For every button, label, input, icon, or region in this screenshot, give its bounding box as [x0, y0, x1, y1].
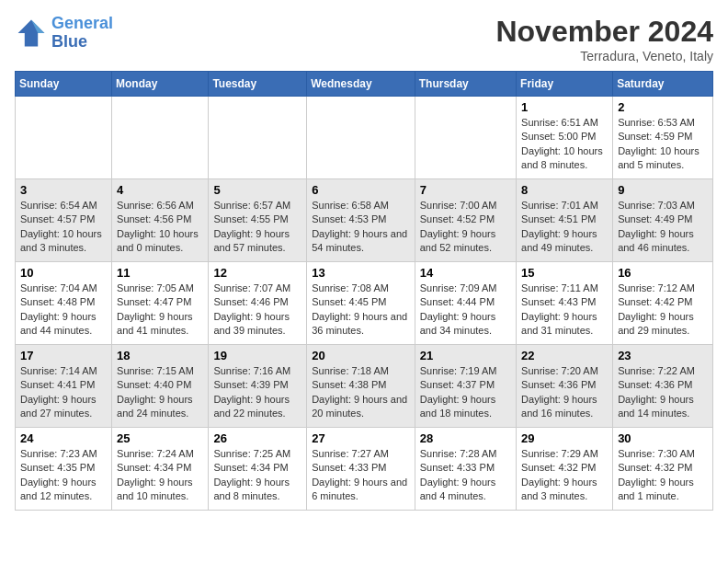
logo-icon	[15, 17, 48, 50]
calendar-cell: 15Sunrise: 7:11 AM Sunset: 4:43 PM Dayli…	[517, 262, 613, 345]
calendar-cell: 16Sunrise: 7:12 AM Sunset: 4:42 PM Dayli…	[613, 262, 713, 345]
calendar-table: SundayMondayTuesdayWednesdayThursdayFrid…	[15, 71, 713, 511]
calendar-cell: 3Sunrise: 6:54 AM Sunset: 4:57 PM Daylig…	[16, 179, 112, 262]
calendar-cell: 10Sunrise: 7:04 AM Sunset: 4:48 PM Dayli…	[16, 262, 112, 345]
calendar-week-1: 1Sunrise: 6:51 AM Sunset: 5:00 PM Daylig…	[16, 97, 713, 179]
day-info: Sunrise: 6:58 AM Sunset: 4:53 PM Dayligh…	[312, 199, 410, 256]
calendar-cell: 5Sunrise: 6:57 AM Sunset: 4:55 PM Daylig…	[209, 179, 307, 262]
day-info: Sunrise: 7:27 AM Sunset: 4:33 PM Dayligh…	[312, 447, 410, 504]
day-info: Sunrise: 7:03 AM Sunset: 4:49 PM Dayligh…	[618, 199, 708, 256]
calendar-cell: 17Sunrise: 7:14 AM Sunset: 4:41 PM Dayli…	[16, 345, 112, 428]
day-info: Sunrise: 6:57 AM Sunset: 4:55 PM Dayligh…	[213, 199, 301, 256]
day-number: 20	[312, 349, 410, 362]
calendar-cell: 24Sunrise: 7:23 AM Sunset: 4:35 PM Dayli…	[16, 428, 112, 511]
calendar-cell: 6Sunrise: 6:58 AM Sunset: 4:53 PM Daylig…	[307, 179, 415, 262]
calendar-cell: 20Sunrise: 7:18 AM Sunset: 4:38 PM Dayli…	[307, 345, 415, 428]
header-monday: Monday	[112, 72, 209, 97]
day-info: Sunrise: 7:00 AM Sunset: 4:52 PM Dayligh…	[420, 199, 511, 256]
day-info: Sunrise: 6:51 AM Sunset: 5:00 PM Dayligh…	[521, 116, 608, 173]
day-info: Sunrise: 7:19 AM Sunset: 4:37 PM Dayligh…	[420, 364, 511, 421]
day-info: Sunrise: 7:16 AM Sunset: 4:39 PM Dayligh…	[213, 364, 301, 421]
day-info: Sunrise: 7:29 AM Sunset: 4:32 PM Dayligh…	[521, 447, 608, 504]
header-saturday: Saturday	[613, 72, 713, 97]
day-info: Sunrise: 7:11 AM Sunset: 4:43 PM Dayligh…	[521, 282, 608, 339]
calendar-cell: 28Sunrise: 7:28 AM Sunset: 4:33 PM Dayli…	[415, 428, 516, 511]
day-number: 3	[20, 183, 107, 197]
day-info: Sunrise: 7:08 AM Sunset: 4:45 PM Dayligh…	[312, 282, 410, 339]
calendar-cell: 26Sunrise: 7:25 AM Sunset: 4:34 PM Dayli…	[209, 428, 307, 511]
day-info: Sunrise: 7:20 AM Sunset: 4:36 PM Dayligh…	[521, 364, 608, 421]
calendar-cell: 9Sunrise: 7:03 AM Sunset: 4:49 PM Daylig…	[613, 179, 713, 262]
day-number: 5	[213, 183, 301, 197]
calendar-cell	[16, 97, 112, 179]
day-number: 6	[312, 183, 410, 197]
day-info: Sunrise: 7:05 AM Sunset: 4:47 PM Dayligh…	[117, 282, 203, 339]
calendar-cell: 1Sunrise: 6:51 AM Sunset: 5:00 PM Daylig…	[517, 97, 613, 179]
day-info: Sunrise: 7:24 AM Sunset: 4:34 PM Dayligh…	[117, 447, 203, 504]
calendar-cell: 2Sunrise: 6:53 AM Sunset: 4:59 PM Daylig…	[613, 97, 713, 179]
day-info: Sunrise: 7:14 AM Sunset: 4:41 PM Dayligh…	[20, 364, 107, 421]
calendar-cell: 21Sunrise: 7:19 AM Sunset: 4:37 PM Dayli…	[415, 345, 516, 428]
day-info: Sunrise: 7:07 AM Sunset: 4:46 PM Dayligh…	[213, 282, 301, 339]
day-info: Sunrise: 7:04 AM Sunset: 4:48 PM Dayligh…	[20, 282, 107, 339]
header-sunday: Sunday	[16, 72, 112, 97]
calendar-cell	[307, 97, 415, 179]
day-number: 29	[521, 431, 608, 445]
day-number: 19	[213, 349, 301, 362]
day-number: 8	[521, 183, 608, 197]
day-number: 11	[117, 266, 203, 280]
day-info: Sunrise: 7:12 AM Sunset: 4:42 PM Dayligh…	[618, 282, 708, 339]
page-subtitle: Terradura, Veneto, Italy	[495, 49, 713, 63]
calendar-cell: 14Sunrise: 7:09 AM Sunset: 4:44 PM Dayli…	[415, 262, 516, 345]
day-number: 1	[521, 100, 608, 114]
calendar-cell: 30Sunrise: 7:30 AM Sunset: 4:32 PM Dayli…	[613, 428, 713, 511]
logo-text: General Blue	[51, 15, 113, 52]
calendar-cell: 13Sunrise: 7:08 AM Sunset: 4:45 PM Dayli…	[307, 262, 415, 345]
day-number: 26	[213, 431, 301, 445]
day-number: 10	[20, 266, 107, 280]
calendar-header-row: SundayMondayTuesdayWednesdayThursdayFrid…	[16, 72, 713, 97]
day-info: Sunrise: 6:56 AM Sunset: 4:56 PM Dayligh…	[117, 199, 203, 256]
calendar-cell: 27Sunrise: 7:27 AM Sunset: 4:33 PM Dayli…	[307, 428, 415, 511]
day-info: Sunrise: 7:25 AM Sunset: 4:34 PM Dayligh…	[213, 447, 301, 504]
day-number: 12	[213, 266, 301, 280]
header-wednesday: Wednesday	[307, 72, 415, 97]
day-info: Sunrise: 6:53 AM Sunset: 4:59 PM Dayligh…	[618, 116, 708, 173]
calendar-week-5: 24Sunrise: 7:23 AM Sunset: 4:35 PM Dayli…	[16, 428, 713, 511]
calendar-cell: 18Sunrise: 7:15 AM Sunset: 4:40 PM Dayli…	[112, 345, 209, 428]
day-number: 30	[618, 431, 708, 445]
day-number: 18	[117, 349, 203, 362]
calendar-cell: 29Sunrise: 7:29 AM Sunset: 4:32 PM Dayli…	[517, 428, 613, 511]
page-title: November 2024	[495, 15, 713, 49]
calendar-week-3: 10Sunrise: 7:04 AM Sunset: 4:48 PM Dayli…	[16, 262, 713, 345]
day-number: 28	[420, 431, 511, 445]
day-number: 14	[420, 266, 511, 280]
calendar-cell: 25Sunrise: 7:24 AM Sunset: 4:34 PM Dayli…	[112, 428, 209, 511]
header-tuesday: Tuesday	[209, 72, 307, 97]
header-friday: Friday	[517, 72, 613, 97]
calendar-cell: 11Sunrise: 7:05 AM Sunset: 4:47 PM Dayli…	[112, 262, 209, 345]
day-info: Sunrise: 7:18 AM Sunset: 4:38 PM Dayligh…	[312, 364, 410, 421]
day-number: 27	[312, 431, 410, 445]
day-info: Sunrise: 7:28 AM Sunset: 4:33 PM Dayligh…	[420, 447, 511, 504]
day-info: Sunrise: 7:22 AM Sunset: 4:36 PM Dayligh…	[618, 364, 708, 421]
calendar-cell: 23Sunrise: 7:22 AM Sunset: 4:36 PM Dayli…	[613, 345, 713, 428]
day-number: 15	[521, 266, 608, 280]
title-block: November 2024 Terradura, Veneto, Italy	[495, 15, 713, 63]
day-number: 13	[312, 266, 410, 280]
day-info: Sunrise: 7:09 AM Sunset: 4:44 PM Dayligh…	[420, 282, 511, 339]
day-number: 9	[618, 183, 708, 197]
day-info: Sunrise: 7:15 AM Sunset: 4:40 PM Dayligh…	[117, 364, 203, 421]
day-info: Sunrise: 7:01 AM Sunset: 4:51 PM Dayligh…	[521, 199, 608, 256]
day-number: 21	[420, 349, 511, 362]
day-number: 24	[20, 431, 107, 445]
page-header: General Blue November 2024 Terradura, Ve…	[15, 15, 713, 63]
calendar-cell: 12Sunrise: 7:07 AM Sunset: 4:46 PM Dayli…	[209, 262, 307, 345]
calendar-cell: 7Sunrise: 7:00 AM Sunset: 4:52 PM Daylig…	[415, 179, 516, 262]
day-info: Sunrise: 7:23 AM Sunset: 4:35 PM Dayligh…	[20, 447, 107, 504]
calendar-cell: 4Sunrise: 6:56 AM Sunset: 4:56 PM Daylig…	[112, 179, 209, 262]
calendar-cell: 22Sunrise: 7:20 AM Sunset: 4:36 PM Dayli…	[517, 345, 613, 428]
day-number: 17	[20, 349, 107, 362]
day-number: 4	[117, 183, 203, 197]
calendar-cell: 19Sunrise: 7:16 AM Sunset: 4:39 PM Dayli…	[209, 345, 307, 428]
